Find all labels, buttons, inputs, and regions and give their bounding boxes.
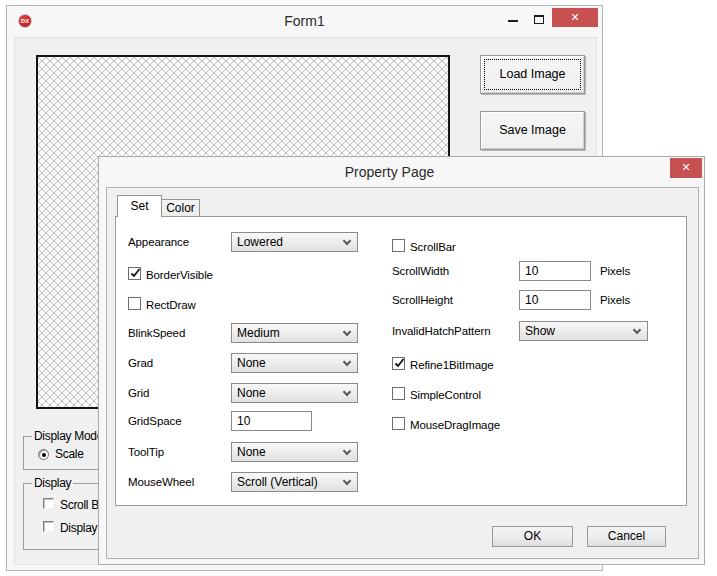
rect-draw-label[interactable]: RectDraw — [146, 299, 196, 312]
grad-value: None — [237, 356, 266, 370]
display-grid-checkbox[interactable] — [43, 521, 54, 532]
tab-color[interactable]: Color — [161, 199, 200, 216]
blink-speed-combobox[interactable]: Medium — [231, 323, 358, 343]
invalid-hatch-pattern-combobox[interactable]: Show — [519, 321, 648, 341]
load-image-button[interactable]: Load Image — [480, 55, 585, 94]
tab-set[interactable]: Set — [117, 195, 162, 217]
grid-space-label: GridSpace — [128, 415, 181, 428]
chevron-down-icon — [343, 237, 351, 245]
scroll-width-unit-label: Pixels — [600, 265, 630, 278]
scroll-bar-dialog-checkbox[interactable] — [392, 239, 405, 252]
check-icon — [393, 356, 406, 370]
ok-button[interactable]: OK — [492, 526, 573, 547]
rect-draw-checkbox[interactable] — [128, 297, 141, 310]
simple-control-checkbox[interactable] — [392, 387, 405, 400]
scroll-width-label: ScrollWidth — [392, 265, 449, 278]
mouse-wheel-label: MouseWheel — [128, 476, 194, 489]
grid-label: Grid — [128, 387, 149, 400]
cancel-button[interactable]: Cancel — [587, 526, 666, 547]
scroll-width-input[interactable] — [519, 261, 591, 281]
chevron-down-icon — [343, 388, 351, 396]
check-icon — [129, 266, 142, 280]
save-image-label: Save Image — [499, 123, 566, 137]
scroll-bar-checkbox[interactable] — [43, 498, 54, 509]
close-icon: ✕ — [552, 8, 598, 27]
invalid-hatch-pattern-label: InvalidHatchPattern — [392, 325, 490, 338]
dialog-title: Property Page — [99, 157, 704, 187]
mouse-wheel-combobox[interactable]: Scroll (Vertical) — [231, 472, 358, 492]
chevron-down-icon — [343, 358, 351, 366]
scale-radio-label[interactable]: Scale — [55, 448, 84, 461]
invalid-hatch-pattern-value: Show — [525, 324, 555, 338]
border-visible-checkbox[interactable] — [128, 267, 141, 280]
grad-combobox[interactable]: None — [231, 353, 358, 373]
refine-1bit-image-checkbox[interactable] — [392, 357, 405, 370]
tool-tip-value: None — [237, 445, 266, 459]
chevron-down-icon — [343, 328, 351, 336]
border-visible-label[interactable]: BorderVisible — [146, 269, 213, 282]
dialog-client-area: Set Color Appearance Lowered BorderVisib… — [106, 187, 699, 559]
scroll-height-input[interactable] — [519, 290, 591, 310]
dialog-titlebar: Property Page ✕ — [99, 157, 704, 187]
tool-tip-label: ToolTip — [128, 446, 164, 459]
tool-tip-combobox[interactable]: None — [231, 442, 358, 462]
dialog-close-button[interactable]: ✕ — [670, 158, 702, 178]
appearance-label: Appearance — [128, 236, 189, 249]
display-mode-group-label: Display Mode — [32, 429, 105, 443]
display-group-label: Display — [32, 476, 73, 490]
mouse-drag-image-checkbox[interactable] — [392, 417, 405, 430]
scroll-height-label: ScrollHeight — [392, 294, 453, 307]
mouse-wheel-value: Scroll (Vertical) — [237, 475, 318, 489]
grid-value: None — [237, 386, 266, 400]
appearance-combobox[interactable]: Lowered — [231, 232, 358, 252]
property-page-dialog: Property Page ✕ Set Color Appearance Low… — [98, 156, 705, 565]
scroll-bar-dialog-label[interactable]: ScrollBar — [410, 241, 456, 254]
mouse-drag-image-label[interactable]: MouseDragImage — [410, 419, 500, 432]
simple-control-label[interactable]: SimpleControl — [410, 389, 481, 402]
form1-titlebar: DX Form1 ✕ — [7, 6, 602, 36]
close-icon: ✕ — [670, 158, 702, 178]
grid-space-input[interactable] — [231, 411, 312, 431]
save-image-button[interactable]: Save Image — [480, 111, 585, 150]
focus-rectangle — [484, 59, 581, 90]
maximize-icon[interactable] — [534, 15, 544, 24]
chevron-down-icon — [633, 326, 641, 334]
blink-speed-value: Medium — [237, 326, 280, 340]
scale-radio[interactable] — [38, 449, 49, 460]
chevron-down-icon — [343, 447, 351, 455]
minimize-icon[interactable] — [508, 20, 518, 22]
scroll-height-unit-label: Pixels — [600, 294, 630, 307]
refine-1bit-image-label[interactable]: Refine1BitImage — [410, 359, 494, 372]
grid-combobox[interactable]: None — [231, 383, 358, 403]
grad-label: Grad — [128, 357, 153, 370]
blink-speed-label: BlinkSpeed — [128, 327, 185, 340]
chevron-down-icon — [343, 477, 351, 485]
appearance-value: Lowered — [237, 235, 283, 249]
form1-close-button[interactable]: ✕ — [552, 8, 598, 27]
